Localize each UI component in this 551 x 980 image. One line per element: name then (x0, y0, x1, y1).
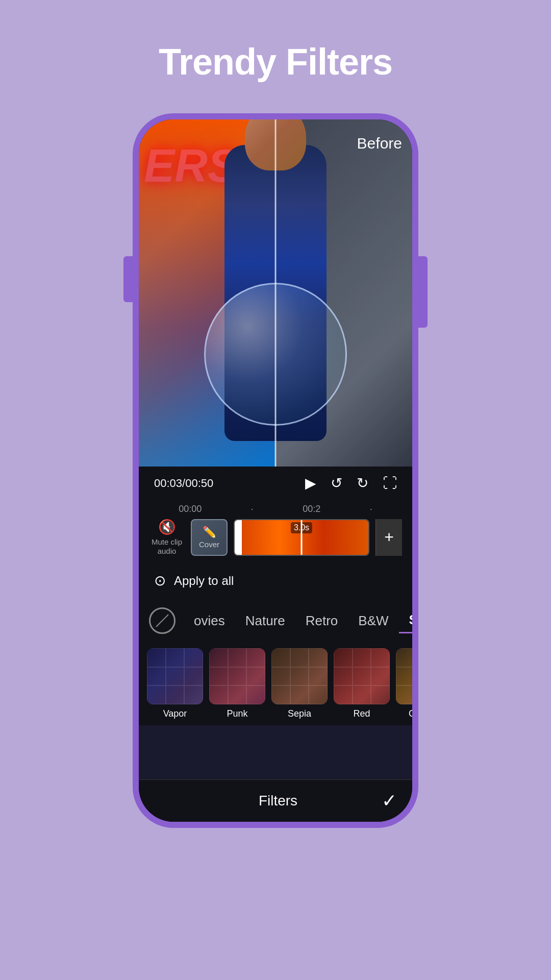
control-icons: ▶ ↺ ↻ ⛶ (305, 475, 397, 492)
ts-mid: 00:2 (303, 504, 320, 514)
fullscreen-button[interactable]: ⛶ (383, 475, 397, 492)
clip-strip[interactable]: 3.0s (234, 519, 369, 556)
filter-orange-label: Orange (409, 708, 412, 719)
page-title: Trendy Filters (159, 41, 392, 83)
bottom-bar: Filters ✓ (139, 779, 412, 822)
cover-label: Cover (199, 540, 219, 549)
phone-screen: ERS Before (139, 119, 412, 822)
filter-orange[interactable]: Orange (396, 648, 412, 719)
confirm-button[interactable]: ✓ (382, 790, 397, 812)
playhead (301, 520, 303, 555)
filter-cat-bw[interactable]: B&W (348, 609, 398, 633)
filter-sepia[interactable]: Sepia (271, 648, 328, 719)
apply-to-all-row[interactable]: ⊙ Apply to all (139, 562, 412, 599)
filter-cat-style[interactable]: Style (399, 608, 412, 633)
no-filter-button[interactable] (149, 607, 176, 634)
filter-punk-label: Punk (227, 708, 247, 719)
filter-cat-movies[interactable]: ovies (184, 609, 235, 633)
video-preview: ERS Before (139, 119, 412, 467)
ts-dot2: · (370, 504, 372, 514)
plus-icon: + (384, 528, 394, 547)
redo-button[interactable]: ↻ (357, 475, 368, 492)
layers-icon: ⊙ (154, 572, 166, 589)
timeline-timestamps: 00:00 · 00:2 · (139, 504, 412, 514)
filter-red-label: Red (353, 708, 370, 719)
filter-vapor-label: Vapor (163, 708, 187, 719)
filter-categories: ovies Nature Retro B&W Style (139, 599, 412, 642)
ts-start: 00:00 (179, 504, 202, 514)
phone-frame: ERS Before (133, 113, 418, 828)
before-label: Before (357, 135, 402, 152)
split-divider (275, 119, 277, 467)
filters-bottom-label: Filters (259, 793, 297, 809)
filter-sepia-label: Sepia (288, 708, 311, 719)
playback-controls: 00:03/00:50 ▶ ↺ ↻ ⛶ (139, 467, 412, 500)
filter-red[interactable]: Red (334, 648, 390, 719)
speaker-icon: 🔇 (158, 519, 176, 535)
apply-to-all-label: Apply to all (174, 574, 234, 588)
filter-strip: Vapor Punk Sepia (139, 642, 412, 725)
filter-vapor[interactable]: Vapor (147, 648, 203, 719)
timeline-track: 🔇 Mute clipaudio ✏️ Cover 3.0s (139, 519, 412, 556)
no-filter-line (156, 614, 168, 627)
play-button[interactable]: ▶ (305, 475, 316, 492)
mute-clip-button[interactable]: 🔇 Mute clipaudio (149, 519, 185, 556)
phone-device: ERS Before (133, 113, 418, 828)
mute-label: Mute clipaudio (152, 537, 182, 556)
cover-thumbnail[interactable]: ✏️ Cover (191, 519, 228, 556)
filter-cat-nature[interactable]: Nature (235, 609, 295, 633)
clip-start-marker (235, 520, 242, 555)
filter-cat-retro[interactable]: Retro (295, 609, 348, 633)
filter-punk[interactable]: Punk (209, 648, 265, 719)
add-clip-button[interactable]: + (375, 519, 402, 556)
undo-button[interactable]: ↺ (331, 475, 342, 492)
pencil-icon: ✏️ (203, 526, 216, 539)
ts-dot1: · (251, 504, 254, 514)
timeline-area: 00:00 · 00:2 · 🔇 Mute clipaudio ✏️ Cover (139, 500, 412, 562)
time-display: 00:03/00:50 (154, 477, 213, 490)
